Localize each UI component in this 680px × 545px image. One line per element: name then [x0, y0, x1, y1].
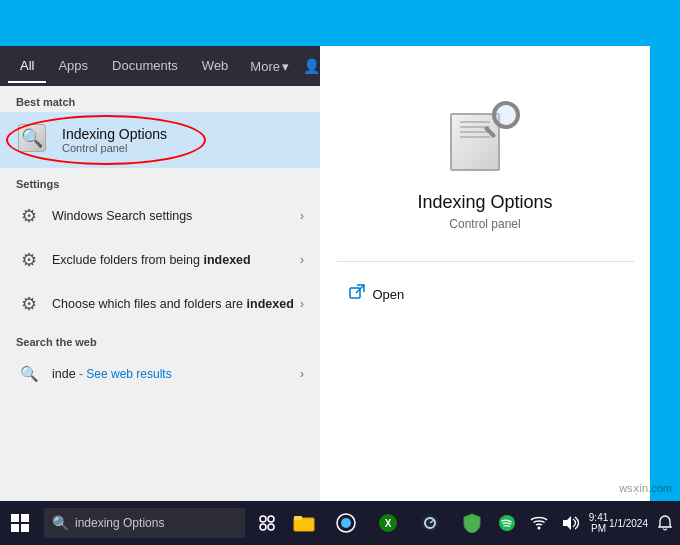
settings-item-3[interactable]: ⚙ Choose which files and folders are ind…	[0, 282, 320, 326]
chevron-down-icon: ▾	[282, 59, 289, 74]
open-button[interactable]: Open	[337, 278, 634, 310]
volume-tray-icon[interactable]	[556, 501, 586, 545]
divider	[337, 261, 634, 262]
best-match-subtitle: Control panel	[62, 142, 167, 154]
control-panel-icon: 🔍	[18, 124, 46, 152]
svg-point-4	[268, 524, 274, 530]
search-web-icon: 🔍	[16, 361, 42, 387]
start-menu: All Apps Documents Web More ▾ 👤 ··· Best…	[0, 46, 650, 501]
settings-item-1-text: Windows Search settings	[52, 209, 300, 223]
indexing-icon	[450, 101, 520, 171]
magnifying-glass-icon	[482, 101, 520, 139]
best-match-title: Indexing Options	[62, 126, 167, 142]
tab-all[interactable]: All	[8, 50, 46, 83]
right-panel-title: Indexing Options	[417, 192, 552, 213]
svg-text:X: X	[385, 518, 392, 529]
left-panel: All Apps Documents Web More ▾ 👤 ··· Best…	[0, 46, 320, 501]
settings-item-2[interactable]: ⚙ Exclude folders from being indexed ›	[0, 238, 320, 282]
settings-label: Settings	[0, 168, 320, 194]
nav-tabs: All Apps Documents Web More ▾ 👤 ···	[0, 46, 320, 86]
chevron-right-web: ›	[300, 367, 304, 381]
tab-apps[interactable]: Apps	[46, 50, 100, 83]
spotify-tray-icon[interactable]	[492, 501, 522, 545]
settings-item-3-text: Choose which files and folders are index…	[52, 297, 300, 311]
tab-more[interactable]: More ▾	[240, 51, 299, 82]
gear-icon-2: ⚙	[16, 247, 42, 273]
tab-web[interactable]: Web	[190, 50, 241, 83]
tab-documents[interactable]: Documents	[100, 50, 190, 83]
watermark: wsx̩in.com	[619, 482, 672, 495]
file-explorer-icon[interactable]	[284, 501, 324, 545]
network-tray-icon[interactable]	[524, 501, 554, 545]
best-match-label: Best match	[0, 86, 320, 112]
security-icon[interactable]	[452, 501, 492, 545]
gear-icon-3: ⚙	[16, 291, 42, 317]
taskbar-search-text: indexing Options	[75, 516, 164, 530]
web-search-item[interactable]: 🔍 inde - See web results ›	[0, 352, 320, 396]
clock-tray-icon[interactable]: 9:41 PM 1/1/2024	[588, 501, 648, 545]
best-match-item[interactable]: 🔍 Indexing Options Control panel	[0, 112, 320, 168]
right-panel-subtitle: Control panel	[449, 217, 520, 231]
task-view-button[interactable]	[249, 501, 284, 545]
notification-tray-icon[interactable]	[650, 501, 680, 545]
taskbar-search[interactable]: 🔍 indexing Options	[44, 508, 245, 538]
open-label: Open	[373, 287, 405, 302]
right-panel-icon	[445, 96, 525, 176]
settings-item-1[interactable]: ⚙ Windows Search settings ›	[0, 194, 320, 238]
chevron-right-icon-1: ›	[300, 209, 304, 223]
settings-item-2-text: Exclude folders from being indexed	[52, 253, 300, 267]
taskbar: 🔍 indexing Options	[0, 501, 680, 545]
desktop: All Apps Documents Web More ▾ 👤 ··· Best…	[0, 0, 680, 545]
svg-point-2	[268, 516, 274, 522]
windows-logo	[11, 514, 29, 532]
chevron-right-icon-2: ›	[300, 253, 304, 267]
svg-marker-15	[563, 516, 571, 530]
chevron-right-icon-3: ›	[300, 297, 304, 311]
web-search-label: Search the web	[0, 326, 320, 352]
web-search-query: inde	[52, 367, 76, 381]
svg-rect-6	[294, 516, 302, 520]
taskbar-apps: X	[284, 501, 492, 545]
steam-icon[interactable]	[410, 501, 450, 545]
cortana-icon[interactable]	[326, 501, 366, 545]
open-icon	[349, 284, 365, 304]
right-panel: Indexing Options Control panel Open	[320, 46, 650, 501]
taskbar-search-icon: 🔍	[52, 515, 69, 531]
gear-icon-1: ⚙	[16, 203, 42, 229]
svg-point-14	[538, 527, 541, 530]
svg-point-3	[260, 524, 266, 530]
svg-point-8	[341, 518, 351, 528]
system-tray: 9:41 PM 1/1/2024	[492, 501, 680, 545]
svg-point-1	[260, 516, 266, 522]
best-match-text: Indexing Options Control panel	[62, 126, 167, 154]
start-button[interactable]	[0, 501, 40, 545]
indexing-options-icon: 🔍	[16, 122, 52, 158]
xbox-icon[interactable]: X	[368, 501, 408, 545]
web-search-see: - See web results	[76, 367, 172, 381]
